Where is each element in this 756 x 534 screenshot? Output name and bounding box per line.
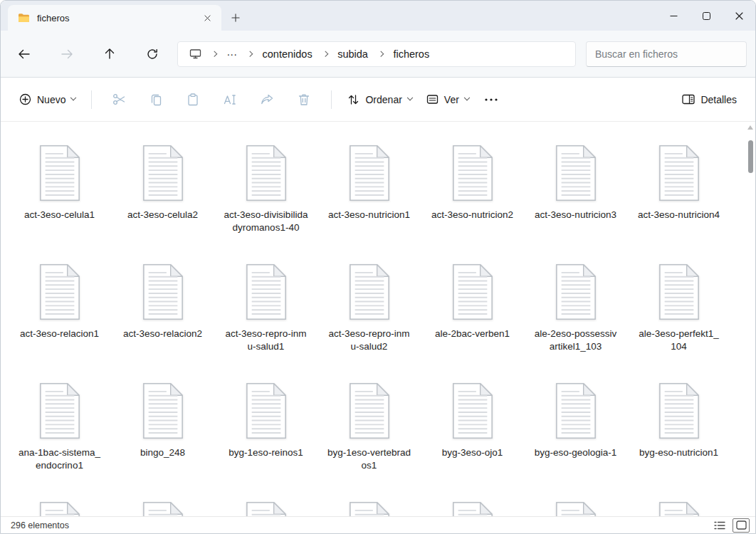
file-item[interactable]: act-3eso-repro-inmu-salud1 [214,263,317,352]
paste-button[interactable] [174,87,211,112]
chevron-right-icon[interactable] [378,51,384,57]
plus-circle-icon [19,93,31,105]
breadcrumb-ficheros[interactable]: ficheros [387,46,435,63]
refresh-button[interactable] [140,42,164,66]
document-icon [38,382,82,439]
ordenar-button[interactable]: Ordenar [340,87,419,112]
file-item[interactable]: act-3eso-nutricion3 [524,145,627,234]
file-grid: act-3eso-celula1 act-3eso-celula2 act-3e… [1,122,755,516]
address-bar[interactable]: ··· contenidos subida ficheros [177,41,576,67]
file-item[interactable] [111,501,214,516]
rename-button[interactable] [211,87,248,112]
file-name: act-3eso-nutricion3 [535,209,616,221]
file-item[interactable]: act-3eso-nutricion1 [317,145,421,234]
window-controls [657,1,755,31]
file-item[interactable]: byg-1eso-reinos1 [214,382,317,471]
file-item[interactable]: act-3eso-relacion2 [111,263,214,352]
file-item[interactable]: act-3eso-celula2 [111,145,214,234]
file-item[interactable] [524,501,627,516]
thumbnails-view-button[interactable] [733,518,750,533]
file-item[interactable]: act-3eso-celula1 [8,145,111,234]
more-options-button[interactable] [476,87,506,112]
ver-button[interactable]: Ver [419,87,476,112]
document-icon [554,382,598,439]
file-item[interactable]: act-3eso-repro-inmu-salud2 [317,263,421,352]
document-icon [657,263,701,320]
file-item[interactable]: byg-1eso-vertebrados1 [317,382,421,471]
document-icon [451,145,495,201]
toolbar: Nuevo Ordenar Ver [1,78,755,122]
breadcrumb-collapsed[interactable]: ··· [221,46,243,63]
document-icon [244,263,288,320]
file-item[interactable] [317,501,421,516]
refresh-icon [147,48,158,60]
close-button[interactable] [723,1,755,31]
file-item[interactable] [627,501,730,516]
file-item[interactable]: byg-3eso-ojo1 [421,382,524,471]
back-button[interactable] [12,42,36,66]
detalles-label: Detalles [700,94,737,105]
chevron-down-icon [407,94,413,100]
search-box[interactable] [586,41,747,67]
thumbnail-view-icon [736,520,747,530]
delete-button[interactable] [285,87,322,112]
vertical-scrollbar[interactable] [745,122,755,516]
file-item[interactable] [214,501,317,516]
file-item[interactable]: byg-eso-geologia-1 [524,382,627,471]
scroll-up-arrow-icon[interactable] [747,125,753,130]
details-view-button[interactable] [711,518,728,533]
document-icon [244,501,288,516]
forward-button[interactable] [55,42,79,66]
chevron-right-icon[interactable] [211,51,217,57]
file-item[interactable] [421,501,524,516]
chevron-right-icon[interactable] [247,51,253,57]
file-area: act-3eso-celula1 act-3eso-celula2 act-3e… [1,122,755,516]
tab-ficheros[interactable]: ficheros [8,5,221,31]
file-name: ale-2bac-verben1 [435,328,510,340]
file-item[interactable]: ana-1bac-sistema_endocrino1 [8,382,111,471]
copy-button[interactable] [137,87,174,112]
ordenar-label: Ordenar [365,94,401,105]
file-name: act-3eso-relacion1 [20,328,99,340]
file-item[interactable]: act-3eso-nutricion4 [627,145,730,234]
file-item[interactable]: ale-2eso-possessivartikel1_103 [524,263,627,352]
nuevo-button[interactable]: Nuevo [12,87,83,112]
detalles-button[interactable]: Detalles [675,87,744,112]
file-name: byg-1eso-vertebrados1 [327,446,411,471]
chevron-right-icon[interactable] [322,51,328,57]
file-item[interactable]: ale-3eso-perfekt1_104 [627,263,730,352]
file-item[interactable]: byg-eso-nutricion1 [627,382,730,471]
new-tab-button[interactable] [227,9,244,26]
trash-icon [298,93,310,106]
folder-icon [18,13,30,23]
document-icon [141,145,185,201]
title-bar: ficheros [1,1,755,31]
breadcrumb-this-pc[interactable] [184,46,207,62]
ellipsis-icon [485,98,498,101]
file-item[interactable]: act-3eso-nutricion2 [421,145,524,234]
file-item[interactable] [8,501,111,516]
document-icon [554,501,598,516]
up-button[interactable] [98,42,122,66]
document-icon [451,263,495,320]
breadcrumb-subida[interactable]: subida [332,46,374,63]
maximize-button[interactable] [690,1,723,31]
monitor-icon [189,48,201,59]
tab-close-button[interactable] [199,9,216,26]
file-item[interactable]: bingo_248 [111,382,214,471]
cut-button[interactable] [100,87,137,112]
navigation-bar: ··· contenidos subida ficheros [1,31,755,78]
file-item[interactable]: ale-2bac-verben1 [421,263,524,352]
file-item[interactable]: act-3eso-divisibilidadyromanos1-40 [214,145,317,234]
arrow-left-icon [18,48,31,60]
share-button[interactable] [248,87,285,112]
breadcrumb-contenidos[interactable]: contenidos [257,46,318,63]
file-name: act-3eso-nutricion1 [328,209,410,221]
search-input[interactable] [595,48,737,60]
chevron-down-icon [464,94,470,100]
ver-label: Ver [444,94,459,105]
minimize-button[interactable] [657,1,690,31]
document-icon [657,382,701,439]
scrollbar-thumb[interactable] [748,140,753,173]
file-item[interactable]: act-3eso-relacion1 [8,263,111,352]
